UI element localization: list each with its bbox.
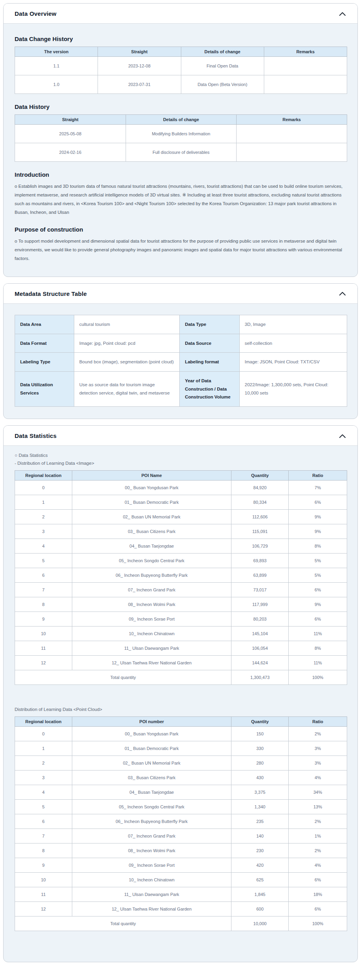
table-cell: Data Open (Beta Version): [181, 75, 264, 94]
table-row: 404_ Busan Taejongdae106,7298%: [15, 539, 347, 554]
column-header: Ratio: [288, 471, 347, 481]
table-cell: 18%: [288, 887, 347, 902]
table: StraightDetails of changeRemarks2025-05-…: [15, 114, 347, 162]
table-cell: 6%: [288, 873, 347, 887]
header-row: StraightDetails of changeRemarks: [15, 115, 347, 125]
chevron-up-icon[interactable]: [338, 291, 346, 296]
table-cell: 3: [15, 771, 72, 785]
table-cell: [264, 75, 347, 94]
table-cell: 2022/Image: 1,300,000 sets, Point Cloud:…: [239, 371, 347, 406]
dataset-detail-page: Data Overview Data Change History The ve…: [0, 0, 361, 968]
table-row: 1.02023-07-31Data Open (Beta Version): [15, 75, 347, 94]
table-cell: 8%: [288, 641, 347, 656]
column-header: Quantity: [231, 717, 289, 727]
column-header: Straight: [15, 115, 126, 125]
table-cell: 2023-07-31: [98, 75, 181, 94]
table-cell: Image: JSON, Point Cloud: TXT/CSV: [239, 353, 347, 372]
field-label-cell: Labeling Type: [15, 353, 74, 372]
purpose-text: o To support model development and dimen…: [15, 237, 346, 263]
chevron-up-icon[interactable]: [338, 11, 346, 17]
data-statistics-body: ○ Data Statistics - Distribution of Lear…: [4, 446, 357, 962]
table: Data Areacultural tourismData Type3D, Im…: [15, 315, 347, 407]
column-header: Remarks: [264, 47, 347, 57]
table-cell: 2%: [288, 814, 347, 829]
table-cell: 6%: [288, 495, 347, 510]
table-cell: 00_ Busan Yongdusan Park: [72, 727, 231, 741]
purpose-heading: Purpose of construction: [15, 226, 346, 233]
table-cell: 84,920: [231, 481, 289, 495]
table-row: 1212_ Ulsan Taehwa River National Garden…: [15, 656, 347, 670]
table-cell: Use as source data for tourism image det…: [74, 371, 179, 406]
chevron-up-icon[interactable]: [338, 433, 346, 439]
header-row: Regional locationPOI NameQuantityRatio: [15, 471, 347, 481]
table-cell: 7%: [288, 481, 347, 495]
column-header: Remarks: [236, 115, 347, 125]
table-row: 505_ Incheon Songdo Central Park1,34013%: [15, 800, 347, 814]
table-row: 707_ Incheon Grand Park1401%: [15, 829, 347, 843]
table-row: 2025-05-08Modifying Builders Information: [15, 125, 347, 143]
table-row: 1111_ Ulsan Daewangam Park106,0548%: [15, 641, 347, 656]
table-cell: self-collection: [239, 334, 347, 353]
table-cell: 3%: [288, 741, 347, 756]
table-cell: 1.1: [15, 57, 98, 75]
table-cell: 04_ Busan Taejongdae: [72, 785, 231, 800]
table-cell: 5%: [288, 568, 347, 583]
image-distribution-table: Regional locationPOI NameQuantityRatio00…: [15, 470, 346, 685]
data-overview-title: Data Overview: [15, 10, 56, 17]
header-row: Regional locationPOI numberQuantityRatio: [15, 717, 347, 727]
table-cell: 10_ Incheon Chinatown: [72, 873, 231, 887]
table-cell: [236, 143, 347, 162]
field-label-cell: Data Source: [180, 334, 239, 353]
table-cell: 100%: [288, 916, 347, 931]
column-header: Straight: [98, 47, 181, 57]
table-cell: 230: [231, 843, 289, 858]
table-row: 909_ Incheon Sorae Port80,2036%: [15, 612, 347, 627]
table-cell: 1,340: [231, 800, 289, 814]
data-statistics-title: Data Statistics: [15, 432, 56, 439]
table-cell: 10: [15, 873, 72, 887]
column-header: POI Name: [72, 471, 231, 481]
data-overview-header[interactable]: Data Overview: [4, 4, 357, 24]
metadata-structure-header[interactable]: Metadata Structure Table: [4, 284, 357, 304]
field-label-cell: Year of Data Construction / Data Constru…: [180, 371, 239, 406]
table-cell: 09_ Incheon Sorae Port: [72, 612, 231, 627]
table-cell: 10: [15, 627, 72, 641]
table-row: 000_ Busan Yongdusan Park84,9207%: [15, 481, 347, 495]
table-row: 1.12023-12-08Final Open Data: [15, 57, 347, 75]
column-header: Ratio: [288, 717, 347, 727]
table-cell: 330: [231, 741, 289, 756]
data-statistics-header[interactable]: Data Statistics: [4, 426, 357, 446]
table-cell: 12: [15, 902, 72, 916]
image-distribution-caption: - Distribution of Learning Data <Image>: [15, 459, 346, 467]
table-cell: 11: [15, 887, 72, 902]
table-row: 303_ Busan Citizens Park4304%: [15, 771, 347, 785]
table-cell: 1: [15, 741, 72, 756]
table-row: 505_ Incheon Songdo Central Park69,8935%: [15, 554, 347, 568]
table-cell: 117,999: [231, 597, 289, 612]
table-cell: 7: [15, 829, 72, 843]
table-cell: 235: [231, 814, 289, 829]
field-label-cell: Data Type: [180, 315, 239, 334]
table-cell: 07_ Incheon Grand Park: [72, 583, 231, 597]
table-cell: 280: [231, 756, 289, 771]
table-cell: 9: [15, 612, 72, 627]
column-header: Details of change: [126, 115, 236, 125]
table-cell: 6%: [288, 583, 347, 597]
table-cell: 140: [231, 829, 289, 843]
table-cell: 10_ Incheon Chinatown: [72, 627, 231, 641]
metadata-structure-title: Metadata Structure Table: [15, 290, 87, 297]
table-row: 202_ Busan UN Memorial Park2803%: [15, 756, 347, 771]
total-label-cell: Total quantity: [15, 916, 231, 931]
data-change-history-table: The versionStraightDetails of changeRema…: [15, 47, 346, 94]
table-cell: 106,729: [231, 539, 289, 554]
data-statistics-note: ○ Data Statistics: [15, 451, 346, 459]
metadata-structure-card: Metadata Structure Table Data Areacultur…: [3, 283, 358, 419]
table-cell: 2%: [288, 727, 347, 741]
table-cell: 3%: [288, 756, 347, 771]
field-label-cell: Data Format: [15, 334, 74, 353]
table-cell: 63,899: [231, 568, 289, 583]
total-label-cell: Total quantity: [15, 670, 231, 685]
table-row: 808_ Incheon Wolmi Park117,9999%: [15, 597, 347, 612]
table-cell: Image: jpg, Point cloud: pcd: [74, 334, 179, 353]
total-row: Total quantity10,000100%: [15, 916, 347, 931]
